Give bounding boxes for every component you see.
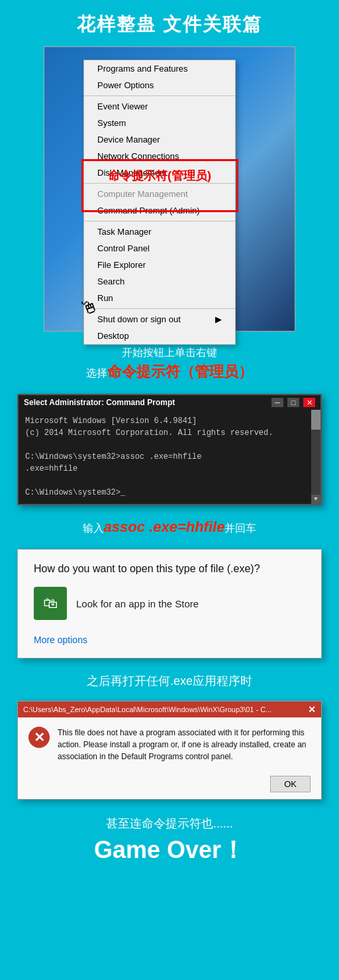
- cmd-body: Microsoft Windows [Version 6.4.9841] (c)…: [19, 410, 320, 504]
- context-menu: Programs and Features Power Options Even…: [83, 60, 236, 345]
- instruction-line1: 开始按钮上单击右键: [13, 345, 326, 361]
- menu-item-run[interactable]: Run: [84, 290, 235, 306]
- cmd-titlebar: Select Administrator: Command Prompt ─ □…: [19, 395, 320, 410]
- error-footer: OK: [18, 772, 321, 799]
- menu-item-task[interactable]: Task Manager: [84, 223, 235, 240]
- cmd-line-4: C:\Windows\system32>assoc .exe=hhfile: [25, 451, 314, 463]
- menu-item-explorer[interactable]: File Explorer: [84, 257, 235, 273]
- menu-item-system[interactable]: System: [84, 115, 235, 131]
- menu-divider-2: [84, 183, 235, 184]
- store-icon: 🛍: [34, 587, 67, 620]
- menu-item-desktop[interactable]: Desktop: [84, 328, 235, 344]
- store-option[interactable]: 🛍 Look for an app in the Store: [34, 587, 305, 620]
- menu-item-power[interactable]: Power Options: [84, 77, 235, 93]
- cmd-line-6: [25, 475, 314, 487]
- final-text: 甚至连命令提示符也...... Game Over！: [0, 806, 339, 880]
- open-with-title: How do you want to open this type of fil…: [34, 563, 305, 575]
- menu-item-network[interactable]: Network Connections: [84, 148, 235, 164]
- cmd-instruction: 输入assoc .exe=hhfile并回车: [0, 513, 339, 541]
- cmd-instruction-suffix: 并回车: [224, 522, 256, 534]
- error-close-button[interactable]: ✕: [308, 704, 316, 715]
- menu-item-cmd-admin[interactable]: Command Prompt (Admin): [84, 202, 235, 219]
- cmd-line-5: .exe=hhfile: [25, 463, 314, 475]
- after-text: 之后再打开任何.exe应用程序时: [0, 666, 339, 694]
- cmd-window: Select Administrator: Command Prompt ─ □…: [17, 394, 322, 505]
- cmd-minimize-button[interactable]: ─: [271, 398, 283, 407]
- cmd-close-button[interactable]: ✕: [303, 398, 315, 407]
- menu-divider-1: [84, 95, 235, 96]
- error-message: This file does not have a program associ…: [58, 727, 311, 763]
- open-with-dialog: How do you want to open this type of fil…: [17, 549, 322, 658]
- title-section: 花样整蛊 文件关联篇: [0, 0, 339, 46]
- after-text-label: 之后再打开任何.exe应用程序时: [87, 674, 252, 688]
- error-dialog: C:\Users\Abs_Zero\AppData\Local\Microsof…: [17, 701, 322, 800]
- cmd-title: Select Administrator: Command Prompt: [24, 398, 175, 407]
- menu-divider-3: [84, 221, 235, 221]
- more-options-link[interactable]: More options: [34, 635, 87, 645]
- cmd-line-3: [25, 439, 314, 451]
- menu-item-event[interactable]: Event Viewer: [84, 98, 235, 115]
- instruction-line2-red: 命令提示符（管理员）: [107, 363, 253, 380]
- cmd-buttons: ─ □ ✕: [271, 398, 315, 407]
- instruction-1: 开始按钮上单击右键 选择命令提示符（管理员）: [0, 338, 339, 386]
- error-body: ✕ This file does not have a program asso…: [18, 717, 321, 772]
- store-text: Look for an app in the Store: [76, 598, 199, 609]
- screenshot-wrapper: Programs and Features Power Options Even…: [44, 46, 295, 332]
- instruction-line2: 选择命令提示符（管理员）: [13, 361, 326, 383]
- final-line1: 甚至连命令提示符也......: [13, 816, 326, 831]
- cmd-instruction-prefix: 输入: [83, 522, 104, 534]
- page-title: 花样整蛊 文件关联篇: [7, 12, 332, 37]
- menu-item-device[interactable]: Device Manager: [84, 131, 235, 148]
- cmd-scrollbar-arrow[interactable]: ▼: [311, 495, 320, 504]
- menu-item-shutdown-label: Shut down or sign out: [97, 314, 181, 324]
- instruction-line2-prefix: 选择: [86, 367, 107, 379]
- error-titlebar: C:\Users\Abs_Zero\AppData\Local\Microsof…: [18, 702, 321, 717]
- error-icon: ✕: [28, 727, 50, 748]
- screenshot-area: Programs and Features Power Options Even…: [0, 46, 339, 338]
- menu-item-disk[interactable]: Disk Management: [84, 164, 235, 181]
- menu-divider-4: [84, 308, 235, 309]
- menu-item-shutdown[interactable]: Shut down or sign out ▶: [84, 311, 235, 328]
- cmd-line-2: (c) 2014 Microsoft Corporation. All righ…: [25, 427, 314, 439]
- cmd-instruction-red: assoc .exe=hhfile: [104, 519, 225, 535]
- menu-item-control[interactable]: Control Panel: [84, 240, 235, 257]
- cmd-line-7: C:\Windows\system32>_: [25, 487, 314, 499]
- cmd-line-1: Microsoft Windows [Version 6.4.9841]: [25, 415, 314, 427]
- cmd-maximize-button[interactable]: □: [287, 398, 299, 407]
- menu-item-computer-mgmt[interactable]: Computer Management: [84, 186, 235, 202]
- error-titlebar-title: C:\Users\Abs_Zero\AppData\Local\Microsof…: [23, 705, 271, 713]
- final-line2: Game Over！: [13, 834, 326, 867]
- menu-item-programs[interactable]: Programs and Features: [84, 60, 235, 77]
- chevron-right-icon: ▶: [215, 314, 222, 324]
- menu-item-search[interactable]: Search: [84, 273, 235, 290]
- cmd-scrollbar-thumb: [311, 410, 320, 430]
- cmd-scrollbar[interactable]: ▼: [311, 410, 320, 504]
- ok-button[interactable]: OK: [270, 776, 311, 792]
